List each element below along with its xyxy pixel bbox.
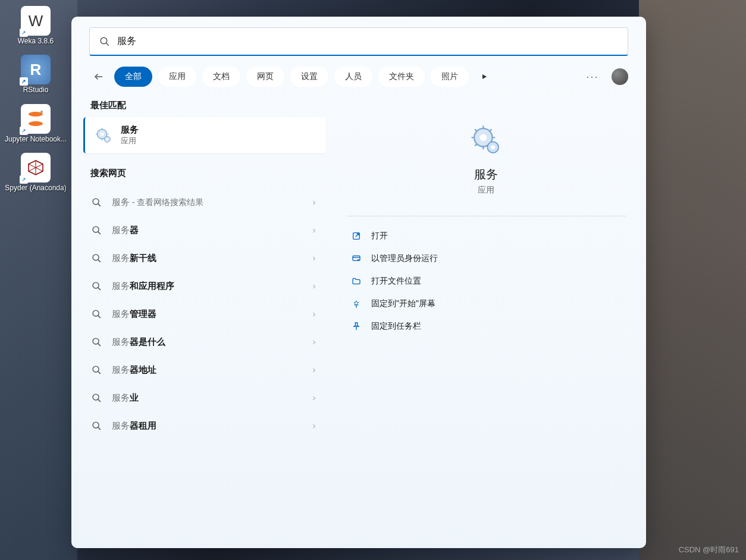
- chevron-right-icon: [311, 255, 318, 262]
- search-icon: [92, 309, 102, 319]
- svg-line-16: [98, 204, 101, 206]
- preview-panel: 服务 应用 打开以管理员身份运行打开文件位置固定到"开始"屏幕固定到任务栏: [337, 94, 635, 440]
- search-icon: [92, 253, 102, 263]
- tabs-scroll-right-button[interactable]: [475, 67, 494, 86]
- action-admin[interactable]: 以管理员身份运行: [346, 247, 626, 270]
- services-gear-icon: [95, 127, 112, 144]
- folder-icon: [351, 276, 362, 287]
- web-result-text: 服务器是什么: [112, 336, 301, 348]
- best-match-header: 最佳匹配: [82, 94, 327, 117]
- watermark-text: CSDN @时雨691: [679, 545, 739, 555]
- svg-line-41: [475, 144, 477, 146]
- web-result-item[interactable]: 服务器地址: [82, 356, 327, 384]
- tab-apps[interactable]: 应用: [158, 67, 196, 87]
- search-icon: [92, 197, 102, 207]
- desktop-icon-weka[interactable]: W↗ Weka 3.8.6: [0, 2, 71, 49]
- tab-people[interactable]: 人员: [334, 67, 372, 87]
- web-result-text: 服务新干线: [112, 253, 301, 264]
- search-icon: [92, 365, 102, 375]
- chevron-right-icon: [311, 227, 318, 234]
- svg-point-19: [93, 254, 99, 260]
- svg-point-8: [100, 132, 104, 136]
- svg-point-1: [29, 121, 43, 126]
- best-match-subtitle: 应用: [121, 136, 139, 146]
- web-result-text: 服务器: [112, 225, 301, 236]
- web-result-text: 服务器租用: [112, 420, 301, 432]
- tab-web[interactable]: 网页: [246, 67, 284, 87]
- search-bar[interactable]: [89, 27, 628, 56]
- chevron-right-icon: [311, 199, 318, 206]
- web-result-item[interactable]: 服务器租用: [82, 412, 327, 440]
- desktop-icon-label: Spyder (Anaconda): [5, 184, 66, 192]
- search-icon: [92, 281, 102, 291]
- more-options-button[interactable]: ···: [583, 67, 602, 86]
- action-pin-taskbar[interactable]: 固定到任务栏: [346, 315, 626, 338]
- action-label: 打开: [371, 231, 388, 241]
- pin-taskbar-icon: [351, 321, 362, 332]
- svg-point-3: [101, 37, 107, 44]
- svg-line-42: [490, 129, 492, 131]
- desktop-icon-jupyter[interactable]: ↗ Jupyter Notebook...: [0, 100, 71, 147]
- desktop-icon-label: Jupyter Notebook...: [5, 135, 67, 143]
- chevron-right-icon: [311, 423, 318, 430]
- desktop-icon-label: Weka 3.8.6: [18, 37, 54, 45]
- action-label: 固定到"开始"屏幕: [371, 298, 435, 309]
- tab-folders[interactable]: 文件夹: [378, 67, 425, 87]
- svg-point-17: [93, 226, 99, 232]
- web-result-item[interactable]: 服务 - 查看网络搜索结果: [82, 188, 327, 216]
- web-result-text: 服务和应用程序: [112, 281, 301, 292]
- desktop-icons-column: W↗ Weka 3.8.6 R↗ RStudio ↗ Jupyter Noteb…: [0, 0, 71, 199]
- action-pin-start[interactable]: 固定到"开始"屏幕: [346, 292, 626, 315]
- svg-point-21: [93, 282, 99, 288]
- svg-point-27: [93, 366, 99, 372]
- action-label: 以管理员身份运行: [371, 253, 438, 264]
- desktop-icon-spyder[interactable]: ↗ Spyder (Anaconda): [0, 149, 71, 196]
- desktop-icon-label: RStudio: [23, 86, 49, 94]
- svg-line-28: [98, 372, 101, 374]
- svg-point-2: [40, 111, 43, 113]
- user-avatar[interactable]: [612, 68, 628, 85]
- svg-line-26: [98, 344, 101, 346]
- web-result-item[interactable]: 服务管理器: [82, 300, 327, 328]
- tab-photos[interactable]: 照片: [431, 67, 469, 87]
- svg-point-29: [93, 394, 99, 400]
- preview-header: 服务 应用: [346, 106, 626, 210]
- search-input[interactable]: [117, 36, 618, 47]
- chevron-right-icon: [311, 367, 318, 374]
- web-result-item[interactable]: 服务业: [82, 384, 327, 412]
- chevron-right-icon: [311, 395, 318, 402]
- divider: [346, 216, 626, 216]
- search-icon: [92, 337, 102, 347]
- tab-documents[interactable]: 文档: [202, 67, 240, 87]
- action-folder[interactable]: 打开文件位置: [346, 270, 626, 292]
- svg-point-25: [93, 338, 99, 344]
- desktop-icon-rstudio[interactable]: R↗ RStudio: [0, 51, 71, 97]
- back-button[interactable]: [89, 67, 108, 86]
- best-match-item[interactable]: 服务 应用: [83, 117, 326, 153]
- svg-point-23: [93, 310, 99, 316]
- best-match-title: 服务: [121, 124, 139, 136]
- svg-point-34: [480, 134, 487, 141]
- results-left-column: 最佳匹配 服务 应用 搜索网页 服务 - 查看网络搜索结果服务器服务新干线服务和…: [82, 94, 327, 440]
- web-search-header: 搜索网页: [82, 162, 327, 185]
- tab-all[interactable]: 全部: [114, 67, 152, 87]
- preview-actions-list: 打开以管理员身份运行打开文件位置固定到"开始"屏幕固定到任务栏: [346, 225, 626, 338]
- svg-point-14: [106, 138, 108, 140]
- action-label: 固定到任务栏: [371, 321, 421, 332]
- search-icon: [92, 421, 102, 431]
- web-result-item[interactable]: 服务器是什么: [82, 328, 327, 356]
- svg-marker-6: [482, 74, 487, 79]
- web-result-item[interactable]: 服务器: [82, 216, 327, 244]
- tab-settings[interactable]: 设置: [290, 67, 328, 87]
- shortcut-badge-icon: ↗: [20, 127, 28, 135]
- shortcut-badge-icon: ↗: [20, 175, 28, 184]
- search-icon: [99, 36, 110, 47]
- svg-point-44: [491, 145, 495, 149]
- web-result-item[interactable]: 服务新干线: [82, 244, 327, 272]
- web-result-item[interactable]: 服务和应用程序: [82, 272, 327, 300]
- preview-subtitle: 应用: [478, 185, 494, 196]
- search-icon: [92, 225, 102, 235]
- svg-line-4: [106, 43, 109, 46]
- shortcut-badge-icon: ↗: [20, 77, 28, 86]
- action-open[interactable]: 打开: [346, 225, 626, 247]
